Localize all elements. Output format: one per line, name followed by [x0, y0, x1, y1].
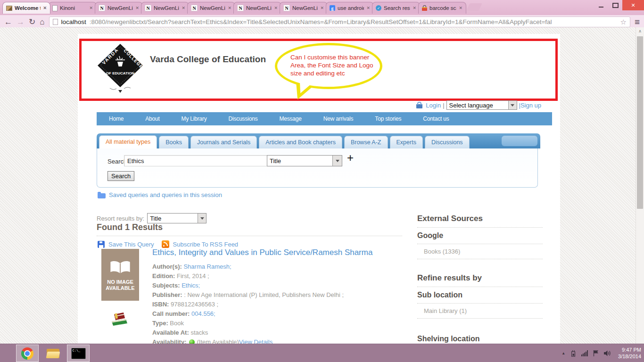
svg-text:OF EDUCATION: OF EDUCATION	[106, 71, 135, 75]
clock-time: 9:47 PM	[618, 346, 641, 353]
tab-close-icon[interactable]: ✕	[135, 6, 139, 10]
nav-item-about[interactable]: About	[145, 115, 159, 122]
new-tab-button[interactable]	[466, 3, 482, 11]
tab-close-icon[interactable]: ✕	[89, 6, 93, 10]
browser-tab-kinoni[interactable]: Kinoni ✕	[49, 2, 97, 14]
taskbar-chrome-button[interactable]	[16, 345, 39, 362]
browser-chrome: Welcome to ✕ Kinoni ✕ N NewGenLib ✕ N Ne…	[0, 0, 644, 27]
browser-tab-barcode[interactable]: barcode sca ✕	[418, 2, 466, 14]
tab-close-icon[interactable]: ✕	[274, 6, 278, 10]
language-flag-icon[interactable]	[593, 350, 599, 356]
login-link[interactable]: Login	[426, 102, 441, 109]
window-maximize-button[interactable]	[608, 0, 622, 10]
browser-tab-newgenlib-3[interactable]: N NewGenLib ✕	[187, 2, 235, 14]
tab-browse-az[interactable]: Browse A-Z	[344, 136, 388, 148]
taskbar-explorer-button[interactable]	[41, 345, 64, 362]
scroll-up-icon[interactable]: ∧	[636, 27, 644, 35]
battery-icon[interactable]	[570, 350, 576, 357]
tab-experts[interactable]: Experts	[390, 136, 423, 148]
window-close-button[interactable]: ✕	[622, 0, 644, 10]
newgenlib-favicon: N	[237, 5, 244, 11]
nav-item-top-stories[interactable]: Top stories	[375, 115, 401, 122]
vertical-scrollbar[interactable]: ∧	[636, 27, 644, 344]
tray-expand-icon[interactable]: ▲	[561, 351, 565, 355]
tab-close-icon[interactable]: ✕	[228, 6, 231, 10]
add-search-row-icon[interactable]: +	[347, 151, 354, 165]
speaker-icon[interactable]	[604, 350, 611, 356]
google-books-link[interactable]: Books (1336)	[417, 244, 543, 259]
url-host: localhost	[61, 18, 86, 25]
field-label: Available At:	[152, 329, 189, 336]
chevron-down-icon[interactable]	[198, 214, 206, 223]
search-button[interactable]: Search	[107, 171, 134, 181]
command-prompt-icon: C:\_	[71, 348, 86, 359]
forward-icon[interactable]: →	[17, 18, 25, 26]
browser-tab-newgenlib-4[interactable]: N NewGenLib ✕	[233, 2, 281, 14]
tab-title: Search result	[384, 5, 410, 11]
tab-discussions[interactable]: Discussions	[425, 136, 470, 148]
facet-sidebar: External Sources Google Books (1336) Ref…	[417, 212, 543, 344]
main-library-link[interactable]: Main Library (1)	[417, 304, 543, 318]
chevron-down-icon[interactable]	[332, 156, 342, 166]
saved-queries-link[interactable]: Saved queries and queries in this sessio…	[109, 191, 222, 198]
nav-item-contact-us[interactable]: Contact us	[423, 115, 449, 122]
url-field[interactable]: localhost :8080/newgenlibctxt/Search?sea…	[49, 16, 630, 27]
language-select[interactable]: Select language	[446, 100, 517, 110]
save-query-link[interactable]: Save This Query	[108, 241, 154, 248]
tab-close-icon[interactable]: ✕	[459, 6, 462, 10]
nav-item-new-arrivals[interactable]: New arrivals	[323, 115, 354, 122]
nav-item-home[interactable]: Home	[109, 115, 124, 122]
books-stack-icon[interactable]	[109, 310, 129, 329]
tab-title: NewGenLib	[154, 5, 179, 11]
tab-title: NewGenLib	[107, 5, 133, 11]
field-value: 9788122436563 ;	[171, 301, 218, 308]
browser-tab-newgenlib-5[interactable]: N NewGenLib ✕	[280, 2, 328, 14]
tab-close-icon[interactable]: ✕	[413, 6, 416, 10]
url-path: :8080/newgenlibctxt/Search?searchText=Et…	[90, 18, 617, 25]
nav-item-message[interactable]: Message	[279, 115, 301, 122]
rss-link[interactable]: Subscribe To RSS Feed	[173, 241, 239, 248]
page-content: VARDA COLLEGE OF EDUCATION Varda College…	[78, 34, 560, 344]
browser-tab-use-android[interactable]: g use android ✕	[326, 2, 374, 14]
bookmark-star-icon[interactable]: ☆	[620, 18, 626, 26]
field-label: Type:	[152, 320, 168, 327]
nav-item-my-library[interactable]: My Library	[182, 115, 207, 122]
tab-close-icon[interactable]: ✕	[182, 6, 185, 10]
result-title-link[interactable]: Ethics, Integrity and Values in Public S…	[152, 248, 423, 257]
browser-tab-newgenlib-1[interactable]: N NewGenLib ✕	[95, 2, 143, 14]
taskbar-clock[interactable]: 9:47 PM 3/18/2014	[618, 346, 641, 360]
browser-tab-search-result[interactable]: ✓ Search result ✕	[372, 2, 420, 14]
browser-menu-icon[interactable]: ≡	[635, 17, 640, 27]
search-panel: Search Title + Search	[97, 148, 538, 188]
chevron-down-icon[interactable]	[508, 101, 517, 109]
network-signal-icon[interactable]	[581, 350, 588, 356]
search-input[interactable]	[124, 155, 267, 166]
resort-select[interactable]: Title	[147, 213, 206, 223]
call-number-link[interactable]: 004.556;	[191, 310, 215, 317]
browser-tab-newgenlib-2[interactable]: N NewGenLib ✕	[141, 2, 189, 14]
tab-all-material-types[interactable]: All material types	[99, 135, 157, 148]
tab-articles-chapters[interactable]: Articles and Book chapters	[259, 136, 342, 148]
browser-tab-welcome[interactable]: Welcome to ✕	[2, 2, 50, 14]
tab-close-icon[interactable]: ✕	[43, 6, 47, 10]
tab-books[interactable]: Books	[159, 136, 189, 148]
window-minimize-button[interactable]	[594, 0, 608, 10]
scrollbar-thumb[interactable]	[637, 36, 643, 209]
tab-close-icon[interactable]: ✕	[366, 6, 370, 10]
reload-icon[interactable]: ↻	[29, 18, 35, 26]
newgenlib-favicon: N	[283, 5, 290, 11]
tab-close-icon[interactable]: ✕	[320, 6, 324, 10]
file-explorer-icon	[47, 349, 59, 358]
tab-journals-serials[interactable]: Journals and Serials	[190, 136, 257, 148]
back-icon[interactable]: ←	[4, 18, 12, 26]
taskbar-cmd-button[interactable]: C:\_	[67, 345, 90, 362]
field-value: stacks	[190, 329, 208, 336]
home-icon[interactable]: ⌂	[40, 18, 44, 26]
lock-icon	[416, 104, 422, 108]
search-index-select[interactable]: Title	[267, 155, 342, 166]
author-link[interactable]: Sharma Ramesh;	[183, 263, 231, 270]
folder-icon	[98, 193, 106, 198]
signup-link[interactable]: |Sign up	[519, 102, 541, 109]
subject-link[interactable]: Ethics;	[182, 282, 200, 289]
nav-item-discussions[interactable]: Discussions	[229, 115, 258, 122]
